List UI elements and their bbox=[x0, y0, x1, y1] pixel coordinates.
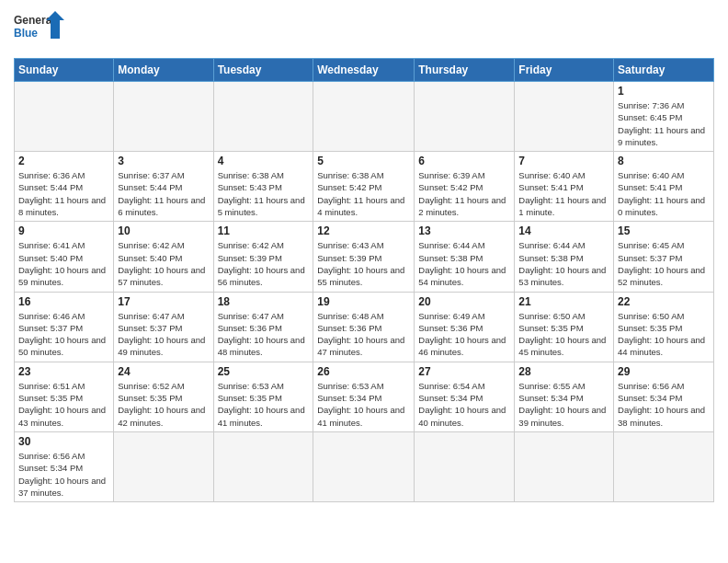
day-number: 7 bbox=[518, 155, 609, 167]
calendar-week-row: 16Sunrise: 6:46 AM Sunset: 5:37 PM Dayli… bbox=[15, 292, 714, 362]
day-info: Sunrise: 6:48 AM Sunset: 5:36 PM Dayligh… bbox=[317, 310, 410, 359]
calendar-cell: 5Sunrise: 6:38 AM Sunset: 5:42 PM Daylig… bbox=[313, 152, 415, 222]
logo: General Blue bbox=[14, 9, 64, 51]
day-number: 3 bbox=[118, 155, 209, 167]
calendar-cell: 30Sunrise: 6:56 AM Sunset: 5:34 PM Dayli… bbox=[15, 431, 114, 501]
logo-svg: General Blue bbox=[14, 9, 64, 51]
day-info: Sunrise: 6:44 AM Sunset: 5:38 PM Dayligh… bbox=[418, 239, 510, 288]
day-info: Sunrise: 6:56 AM Sunset: 5:34 PM Dayligh… bbox=[618, 380, 710, 429]
day-info: Sunrise: 6:40 AM Sunset: 5:41 PM Dayligh… bbox=[618, 169, 710, 218]
day-number: 30 bbox=[18, 435, 109, 448]
col-header-friday: Friday bbox=[515, 59, 614, 82]
day-info: Sunrise: 6:38 AM Sunset: 5:42 PM Dayligh… bbox=[317, 169, 410, 218]
calendar-week-row: 9Sunrise: 6:41 AM Sunset: 5:40 PM Daylig… bbox=[15, 222, 714, 292]
day-number: 8 bbox=[618, 155, 710, 167]
day-info: Sunrise: 6:53 AM Sunset: 5:35 PM Dayligh… bbox=[218, 380, 310, 429]
calendar-cell bbox=[213, 82, 313, 152]
day-number: 28 bbox=[518, 365, 609, 378]
day-info: Sunrise: 6:54 AM Sunset: 5:34 PM Dayligh… bbox=[418, 380, 510, 429]
day-info: Sunrise: 6:47 AM Sunset: 5:37 PM Dayligh… bbox=[118, 310, 209, 359]
day-number: 29 bbox=[618, 365, 710, 378]
day-info: Sunrise: 6:45 AM Sunset: 5:37 PM Dayligh… bbox=[618, 239, 710, 288]
calendar-cell: 28Sunrise: 6:55 AM Sunset: 5:34 PM Dayli… bbox=[515, 362, 614, 431]
calendar-cell bbox=[415, 82, 515, 152]
day-info: Sunrise: 6:42 AM Sunset: 5:39 PM Dayligh… bbox=[218, 239, 310, 288]
day-info: Sunrise: 6:47 AM Sunset: 5:36 PM Dayligh… bbox=[218, 310, 310, 359]
calendar-cell: 10Sunrise: 6:42 AM Sunset: 5:40 PM Dayli… bbox=[114, 222, 213, 292]
calendar-week-row: 1Sunrise: 7:36 AM Sunset: 6:45 PM Daylig… bbox=[15, 82, 714, 152]
day-number: 18 bbox=[218, 295, 310, 308]
svg-text:Blue: Blue bbox=[14, 27, 38, 40]
calendar-week-row: 23Sunrise: 6:51 AM Sunset: 5:35 PM Dayli… bbox=[15, 362, 714, 431]
calendar-cell: 18Sunrise: 6:47 AM Sunset: 5:36 PM Dayli… bbox=[213, 292, 313, 362]
calendar-cell: 19Sunrise: 6:48 AM Sunset: 5:36 PM Dayli… bbox=[313, 292, 415, 362]
day-info: Sunrise: 6:49 AM Sunset: 5:36 PM Dayligh… bbox=[418, 310, 510, 359]
day-number: 17 bbox=[118, 295, 209, 308]
day-number: 19 bbox=[317, 295, 410, 308]
calendar-cell: 8Sunrise: 6:40 AM Sunset: 5:41 PM Daylig… bbox=[614, 152, 714, 222]
day-info: Sunrise: 6:41 AM Sunset: 5:40 PM Dayligh… bbox=[18, 239, 109, 288]
day-number: 27 bbox=[418, 365, 510, 378]
day-number: 14 bbox=[518, 224, 609, 237]
day-number: 6 bbox=[418, 155, 510, 167]
day-number: 5 bbox=[317, 155, 410, 167]
calendar-cell: 13Sunrise: 6:44 AM Sunset: 5:38 PM Dayli… bbox=[415, 222, 515, 292]
calendar-cell bbox=[515, 431, 614, 501]
calendar-cell: 1Sunrise: 7:36 AM Sunset: 6:45 PM Daylig… bbox=[614, 82, 714, 152]
day-info: Sunrise: 6:37 AM Sunset: 5:44 PM Dayligh… bbox=[118, 169, 209, 218]
day-number: 16 bbox=[18, 295, 109, 308]
day-info: Sunrise: 6:36 AM Sunset: 5:44 PM Dayligh… bbox=[18, 169, 109, 218]
day-number: 21 bbox=[518, 295, 609, 308]
col-header-wednesday: Wednesday bbox=[313, 59, 415, 82]
day-info: Sunrise: 6:43 AM Sunset: 5:39 PM Dayligh… bbox=[317, 239, 410, 288]
day-number: 12 bbox=[317, 224, 410, 237]
calendar-week-row: 2Sunrise: 6:36 AM Sunset: 5:44 PM Daylig… bbox=[15, 152, 714, 222]
col-header-thursday: Thursday bbox=[415, 59, 515, 82]
day-info: Sunrise: 6:38 AM Sunset: 5:43 PM Dayligh… bbox=[218, 169, 310, 218]
col-header-sunday: Sunday bbox=[15, 59, 114, 82]
calendar-cell: 26Sunrise: 6:53 AM Sunset: 5:34 PM Dayli… bbox=[313, 362, 415, 431]
calendar-cell bbox=[313, 431, 415, 501]
col-header-monday: Monday bbox=[114, 59, 213, 82]
calendar-cell: 23Sunrise: 6:51 AM Sunset: 5:35 PM Dayli… bbox=[15, 362, 114, 431]
day-info: Sunrise: 6:51 AM Sunset: 5:35 PM Dayligh… bbox=[18, 380, 109, 429]
day-number: 15 bbox=[618, 224, 710, 237]
calendar-cell bbox=[515, 82, 614, 152]
day-info: Sunrise: 6:44 AM Sunset: 5:38 PM Dayligh… bbox=[518, 239, 609, 288]
col-header-saturday: Saturday bbox=[614, 59, 714, 82]
calendar-cell bbox=[114, 431, 213, 501]
day-info: Sunrise: 6:50 AM Sunset: 5:35 PM Dayligh… bbox=[618, 310, 710, 359]
day-number: 11 bbox=[218, 224, 310, 237]
day-info: Sunrise: 6:50 AM Sunset: 5:35 PM Dayligh… bbox=[518, 310, 609, 359]
calendar-cell: 3Sunrise: 6:37 AM Sunset: 5:44 PM Daylig… bbox=[114, 152, 213, 222]
day-info: Sunrise: 7:36 AM Sunset: 6:45 PM Dayligh… bbox=[618, 99, 710, 148]
calendar-header-row: SundayMondayTuesdayWednesdayThursdayFrid… bbox=[15, 59, 714, 82]
day-info: Sunrise: 6:46 AM Sunset: 5:37 PM Dayligh… bbox=[18, 310, 109, 359]
day-number: 4 bbox=[218, 155, 310, 167]
day-info: Sunrise: 6:39 AM Sunset: 5:42 PM Dayligh… bbox=[418, 169, 510, 218]
calendar-cell bbox=[213, 431, 313, 501]
calendar-cell: 17Sunrise: 6:47 AM Sunset: 5:37 PM Dayli… bbox=[114, 292, 213, 362]
day-info: Sunrise: 6:56 AM Sunset: 5:34 PM Dayligh… bbox=[18, 450, 109, 499]
calendar-cell bbox=[614, 431, 714, 501]
calendar-cell: 22Sunrise: 6:50 AM Sunset: 5:35 PM Dayli… bbox=[614, 292, 714, 362]
day-number: 9 bbox=[18, 224, 109, 237]
day-number: 13 bbox=[418, 224, 510, 237]
day-number: 2 bbox=[18, 155, 109, 167]
calendar-cell: 6Sunrise: 6:39 AM Sunset: 5:42 PM Daylig… bbox=[415, 152, 515, 222]
calendar-cell: 20Sunrise: 6:49 AM Sunset: 5:36 PM Dayli… bbox=[415, 292, 515, 362]
calendar-cell: 14Sunrise: 6:44 AM Sunset: 5:38 PM Dayli… bbox=[515, 222, 614, 292]
day-info: Sunrise: 6:40 AM Sunset: 5:41 PM Dayligh… bbox=[518, 169, 609, 218]
calendar-cell bbox=[114, 82, 213, 152]
day-info: Sunrise: 6:55 AM Sunset: 5:34 PM Dayligh… bbox=[518, 380, 609, 429]
day-number: 1 bbox=[618, 85, 710, 98]
calendar-cell: 24Sunrise: 6:52 AM Sunset: 5:35 PM Dayli… bbox=[114, 362, 213, 431]
calendar-cell: 29Sunrise: 6:56 AM Sunset: 5:34 PM Dayli… bbox=[614, 362, 714, 431]
calendar-cell: 12Sunrise: 6:43 AM Sunset: 5:39 PM Dayli… bbox=[313, 222, 415, 292]
calendar-cell: 9Sunrise: 6:41 AM Sunset: 5:40 PM Daylig… bbox=[15, 222, 114, 292]
calendar-cell: 25Sunrise: 6:53 AM Sunset: 5:35 PM Dayli… bbox=[213, 362, 313, 431]
calendar-cell bbox=[313, 82, 415, 152]
day-info: Sunrise: 6:53 AM Sunset: 5:34 PM Dayligh… bbox=[317, 380, 410, 429]
calendar-cell: 27Sunrise: 6:54 AM Sunset: 5:34 PM Dayli… bbox=[415, 362, 515, 431]
day-number: 23 bbox=[18, 365, 109, 378]
